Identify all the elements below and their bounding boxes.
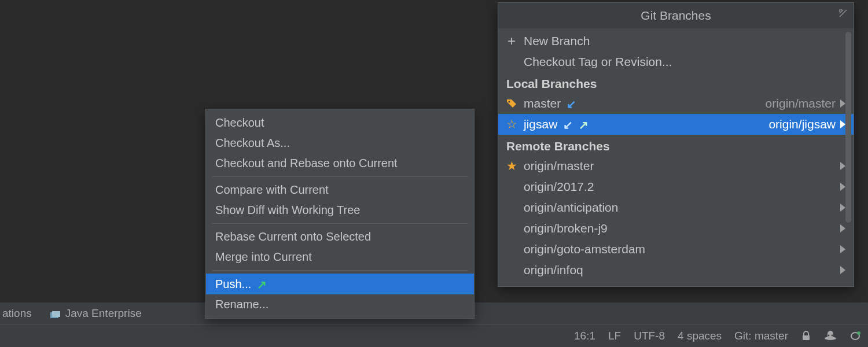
java-enterprise-icon xyxy=(50,309,61,318)
tracking-branch-label: origin/jigsaw xyxy=(768,117,836,131)
branch-name: origin/master xyxy=(524,159,594,173)
branch-row-right xyxy=(840,266,845,274)
checkout-tag-action[interactable]: Checkout Tag or Revision... xyxy=(498,51,854,72)
remote-branch-row[interactable]: origin/anticipation xyxy=(498,197,854,218)
outgoing-arrow-icon: ↗ xyxy=(257,278,267,291)
context-menu-item-label: Push... xyxy=(215,278,251,291)
branch-row-left: master↙ xyxy=(505,97,760,110)
remote-branch-row[interactable]: origin/goto-amsterdam xyxy=(498,239,854,260)
tool-window-tab[interactable]: ations xyxy=(0,307,34,320)
remote-branch-row[interactable]: ★origin/master xyxy=(498,156,854,176)
inspector-icon[interactable] xyxy=(824,331,837,341)
submenu-arrow-icon xyxy=(840,99,845,108)
context-menu-item[interactable]: Merge into Current xyxy=(206,247,474,267)
branch-row-right xyxy=(840,162,845,170)
branch-row-left: Checkout Tag or Revision... xyxy=(505,55,840,69)
plus-icon: + xyxy=(505,34,518,48)
branch-name: origin/goto-amsterdam xyxy=(524,242,645,256)
action-label: New Branch xyxy=(524,34,590,48)
submenu-arrow-icon xyxy=(840,224,845,232)
branch-name: jigsaw xyxy=(524,117,557,131)
menu-separator xyxy=(212,176,468,177)
branch-row-right xyxy=(840,204,845,212)
star-outline-icon: ☆ xyxy=(505,117,518,131)
submenu-arrow-icon xyxy=(840,204,845,212)
status-line-column[interactable]: 16:1 xyxy=(574,330,595,342)
remote-branch-row[interactable]: origin/broken-j9 xyxy=(498,218,854,239)
tool-window-tab-java-enterprise[interactable]: Java Enterprise xyxy=(48,307,144,320)
remote-branch-row[interactable]: origin/infoq xyxy=(498,260,854,280)
sync-icon[interactable] xyxy=(849,331,861,341)
submenu-arrow-icon xyxy=(840,183,845,191)
tracking-branch-label: origin/master xyxy=(766,97,836,110)
branch-actions-context-menu: CheckoutCheckout As...Checkout and Rebas… xyxy=(205,109,475,319)
menu-separator xyxy=(212,223,468,224)
status-git-branch[interactable]: Git: master xyxy=(734,330,788,342)
remote-branch-row[interactable]: origin/2017.2 xyxy=(498,176,854,197)
new-branch-action[interactable]: +New Branch xyxy=(498,31,854,51)
scrollbar[interactable] xyxy=(845,32,851,223)
context-menu-item[interactable]: Checkout and Rebase onto Current xyxy=(206,153,474,174)
context-menu-item[interactable]: Show Diff with Working Tree xyxy=(206,200,474,220)
branch-row-right xyxy=(840,224,845,232)
context-menu-item[interactable]: Rebase Current onto Selected xyxy=(206,227,474,247)
status-bar: 16:1 LF UTF-8 4 spaces Git: master xyxy=(0,324,868,347)
context-menu-item-label: Compare with Current xyxy=(215,183,329,197)
lock-icon[interactable] xyxy=(801,331,811,341)
status-encoding[interactable]: UTF-8 xyxy=(634,330,665,342)
popup-title-bar: Git Branches xyxy=(498,3,854,28)
branch-name: origin/infoq xyxy=(524,263,583,277)
branch-name: master xyxy=(524,97,561,110)
outgoing-arrow-icon: ↗ xyxy=(579,118,589,132)
context-menu-item-label: Checkout As... xyxy=(215,136,290,150)
branch-row-right xyxy=(840,245,845,253)
submenu-arrow-icon xyxy=(840,266,845,274)
branch-name: origin/anticipation xyxy=(524,201,618,215)
context-menu-item-label: Checkout xyxy=(215,116,264,130)
context-menu-item[interactable]: Checkout As... xyxy=(206,133,474,153)
context-menu-item-label: Show Diff with Working Tree xyxy=(215,204,360,217)
resize-handle-icon[interactable] xyxy=(838,9,848,20)
status-line-separator[interactable]: LF xyxy=(608,330,621,342)
branch-name: origin/2017.2 xyxy=(524,180,594,194)
context-menu-item-label: Rename... xyxy=(215,298,269,311)
context-menu-item[interactable]: Checkout xyxy=(206,113,474,133)
local-branches-header: Local Branches xyxy=(498,72,854,93)
svg-rect-1 xyxy=(52,311,60,317)
svg-point-6 xyxy=(857,331,860,335)
svg-point-7 xyxy=(508,101,510,102)
branch-row-left: origin/anticipation xyxy=(505,201,834,215)
popup-body: +New BranchCheckout Tag or Revision...Lo… xyxy=(498,28,854,286)
svg-point-4 xyxy=(828,334,830,336)
branch-row-left: origin/goto-amsterdam xyxy=(505,242,834,256)
branch-row-left: origin/2017.2 xyxy=(505,180,834,194)
incoming-arrow-icon: ↙ xyxy=(567,97,576,111)
branch-row-left: origin/broken-j9 xyxy=(505,222,834,235)
popup-title: Git Branches xyxy=(641,9,711,22)
context-menu-item[interactable]: Push...↗ xyxy=(206,274,474,294)
context-menu-item-label: Rebase Current onto Selected xyxy=(215,230,371,243)
branch-row-left: +New Branch xyxy=(505,34,840,48)
svg-rect-2 xyxy=(803,335,810,340)
branch-row-left: origin/infoq xyxy=(505,263,834,277)
status-indent[interactable]: 4 spaces xyxy=(678,330,722,342)
local-branch-row[interactable]: ☆jigsaw↙↗origin/jigsaw xyxy=(498,114,854,135)
branch-row-right: origin/master xyxy=(766,97,845,110)
remote-branches-header: Remote Branches xyxy=(498,135,854,156)
branch-row-left: ☆jigsaw↙↗ xyxy=(505,117,763,131)
action-label: Checkout Tag or Revision... xyxy=(524,55,672,69)
submenu-arrow-icon xyxy=(840,162,845,170)
context-menu-item[interactable]: Rename... xyxy=(206,294,474,315)
star-filled-icon: ★ xyxy=(505,159,518,173)
branch-row-right: origin/jigsaw xyxy=(768,117,845,131)
branch-row-left: ★origin/master xyxy=(505,159,834,173)
context-menu-item[interactable]: Compare with Current xyxy=(206,180,474,200)
incoming-arrow-icon: ↙ xyxy=(563,118,573,132)
context-menu-item-label: Merge into Current xyxy=(215,250,312,264)
branch-row-right xyxy=(840,183,845,191)
submenu-arrow-icon xyxy=(840,120,845,128)
menu-separator xyxy=(212,270,468,271)
context-menu-item-label: Checkout and Rebase onto Current xyxy=(215,157,398,170)
submenu-arrow-icon xyxy=(840,245,845,253)
local-branch-row[interactable]: master↙origin/master xyxy=(498,93,854,114)
